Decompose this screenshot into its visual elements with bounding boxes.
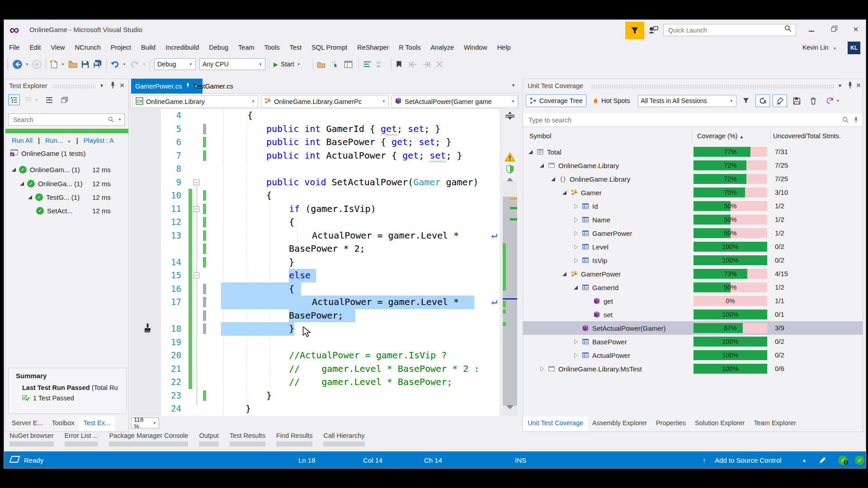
- menu-r-tools[interactable]: R Tools: [394, 41, 425, 54]
- avatar[interactable]: KL: [848, 42, 860, 54]
- save-coverage-icon[interactable]: [790, 94, 804, 107]
- solution-configuration-select[interactable]: Debug▼: [154, 58, 196, 70]
- pin-icon[interactable]: [109, 81, 116, 91]
- sort-list-icon[interactable]: 2=a=: [377, 58, 385, 70]
- notifications-filter-button[interactable]: [625, 22, 644, 39]
- expander-open-icon[interactable]: [562, 272, 571, 276]
- menu-incredibuild[interactable]: Incredibuild: [160, 41, 204, 54]
- menu-debug[interactable]: Debug: [204, 41, 233, 54]
- menu-test[interactable]: Test: [284, 41, 307, 54]
- prev-bookmark-icon[interactable]: [409, 58, 417, 70]
- save-all-button[interactable]: [93, 58, 102, 70]
- hot-spots-button[interactable]: Hot Spots: [589, 94, 633, 107]
- undo-button[interactable]: ▼: [110, 58, 126, 70]
- coverage-row[interactable]: IsVip100%0/2: [523, 253, 863, 267]
- code-line[interactable]: BasePower * 2;: [130, 242, 500, 256]
- export-coverage-icon[interactable]: ▼: [823, 94, 843, 107]
- column-symbol[interactable]: Symbol: [529, 132, 551, 140]
- expander-closed-icon[interactable]: [574, 230, 582, 236]
- code-line[interactable]: 20//ActualPower = gamer.IsVip ?: [130, 349, 500, 362]
- split-editor-handle[interactable]: [505, 112, 515, 120]
- coverage-row[interactable]: BasePower100%0/2: [523, 335, 863, 348]
- code-line[interactable]: 19: [130, 336, 500, 349]
- test-row[interactable]: ✓OnlineGam... (1)12 ms: [12, 163, 80, 176]
- warning-icon[interactable]: [505, 152, 515, 162]
- test-row[interactable]: ✓SetAct...12 ms: [36, 204, 73, 217]
- breadcrumb-0[interactable]: C#OnlineGame.Library▼: [132, 95, 258, 108]
- menu-analyze[interactable]: Analyze: [425, 41, 459, 54]
- menu-tools[interactable]: Tools: [259, 41, 285, 54]
- coverage-row[interactable]: GamerId50%1/2: [523, 281, 863, 294]
- expander-open-icon[interactable]: [562, 191, 571, 195]
- restore-button[interactable]: [826, 23, 842, 36]
- code-line[interactable]: 10{: [130, 189, 500, 202]
- tab-team-explorer[interactable]: Team Explorer: [749, 417, 800, 431]
- coverage-row[interactable]: Gamer70%3/10: [523, 186, 863, 199]
- dock-tab-output[interactable]: Output: [199, 432, 219, 451]
- coverage-row[interactable]: Name50%1/2: [523, 213, 863, 226]
- close-panel-icon[interactable]: ✕: [119, 82, 125, 89]
- test-search-input[interactable]: [12, 116, 108, 124]
- windows-cascade-icon[interactable]: [59, 94, 71, 105]
- shield-icon[interactable]: [505, 164, 514, 174]
- solution-platform-select[interactable]: Any CPU▼: [199, 58, 265, 70]
- code-line[interactable]: 17ActualPower = gamer.Level *: [130, 296, 500, 309]
- dock-tab-error-list-[interactable]: Error List ...: [65, 432, 99, 451]
- undo-dropdown[interactable]: ▼: [123, 62, 126, 66]
- coverage-tree-button[interactable]: Coverage Tree: [526, 94, 586, 107]
- fold-collapse-box[interactable]: −: [193, 179, 199, 185]
- group-by-dropdown-button[interactable]: ▼: [24, 94, 40, 105]
- clear-bookmarks-icon[interactable]: [436, 58, 443, 70]
- code-line[interactable]: 8: [130, 162, 500, 176]
- redo-dropdown[interactable]: ▼: [142, 62, 146, 66]
- chevron-down-icon[interactable]: ▼: [251, 99, 255, 103]
- dock-tab-call-hierarchy[interactable]: Call Hierarchy: [323, 432, 364, 451]
- column-coverage[interactable]: Coverage (%) ▲: [697, 132, 744, 140]
- coverage-row[interactable]: Id50%1/2: [523, 199, 863, 213]
- zoom-level-select[interactable]: 116 %▼: [131, 418, 159, 428]
- coverage-sessions-select[interactable]: All Tests in All Sessions▼: [638, 95, 736, 107]
- test-search-box[interactable]: ▼: [8, 113, 125, 126]
- fold-collapse-box[interactable]: −: [193, 272, 199, 278]
- coverage-row[interactable]: OnlineGame.Library.MsTest100%0/6: [523, 362, 863, 375]
- expander-closed-icon[interactable]: [574, 258, 582, 263]
- menu-help[interactable]: Help: [492, 41, 516, 54]
- close-button[interactable]: ✕: [848, 23, 864, 36]
- coverage-row[interactable]: OnlineGame.Library72%7/25: [523, 159, 863, 172]
- tab-unit-test-coverage[interactable]: Unit Test Coverage: [523, 417, 588, 431]
- code-line[interactable]: 16{: [130, 282, 500, 296]
- expander-closed-icon[interactable]: [574, 339, 582, 345]
- tab-toolbox[interactable]: Toolbox: [47, 417, 79, 431]
- test-row[interactable]: ✓OnlineGa... (1)12 ms: [20, 177, 82, 190]
- user-account-menu[interactable]: Kevin Lin ▼: [802, 44, 836, 51]
- menu-ncrunch[interactable]: NCrunch: [70, 41, 106, 54]
- run-all-link[interactable]: Run All: [12, 137, 33, 144]
- new-project-dropdown[interactable]: ▼: [61, 62, 65, 66]
- code-line[interactable]: −11if (gamer.IsVip): [130, 202, 500, 216]
- code-line[interactable]: −9public void SetActualPower(Gamer gamer…: [130, 176, 500, 189]
- source-control-caret-icon[interactable]: ▲: [802, 451, 807, 469]
- panel-menu-icon[interactable]: ▼: [99, 83, 104, 88]
- menu-window[interactable]: Window: [459, 41, 492, 54]
- close-panel-icon[interactable]: ✕: [856, 82, 861, 89]
- code-line[interactable]: 13ActualPower = gamer.Level *: [130, 229, 500, 243]
- start-debug-button[interactable]: ▶Start▼: [274, 58, 301, 70]
- chevron-down-icon[interactable]: ▼: [382, 99, 386, 103]
- code-line[interactable]: BasePower;: [130, 309, 500, 323]
- coverage-search-box[interactable]: [523, 113, 863, 127]
- open-file-button[interactable]: [68, 58, 78, 70]
- run-cursor-icon[interactable]: [330, 58, 339, 70]
- new-project-button[interactable]: ▼: [49, 58, 65, 70]
- expander-icon[interactable]: [28, 195, 32, 199]
- coverage-row[interactable]: ActualPower100%0/2: [523, 348, 863, 362]
- navigate-forward-button[interactable]: [32, 58, 42, 70]
- menu-sql-prompt[interactable]: SQL Prompt: [307, 41, 352, 54]
- test-row[interactable]: ✓TestG... (1)12 ms: [28, 191, 80, 203]
- dock-tab-find-results[interactable]: Find Results: [276, 432, 313, 451]
- coverage-row[interactable]: {}OnlineGame.Library72%7/25: [523, 172, 863, 186]
- coverage-row[interactable]: Level100%0/2: [523, 240, 863, 253]
- expander-open-icon[interactable]: [551, 177, 559, 181]
- quick-launch-input[interactable]: [667, 25, 782, 36]
- navigate-backward-dropdown[interactable]: ▼: [25, 62, 29, 66]
- feedback-icon[interactable]: [648, 25, 659, 37]
